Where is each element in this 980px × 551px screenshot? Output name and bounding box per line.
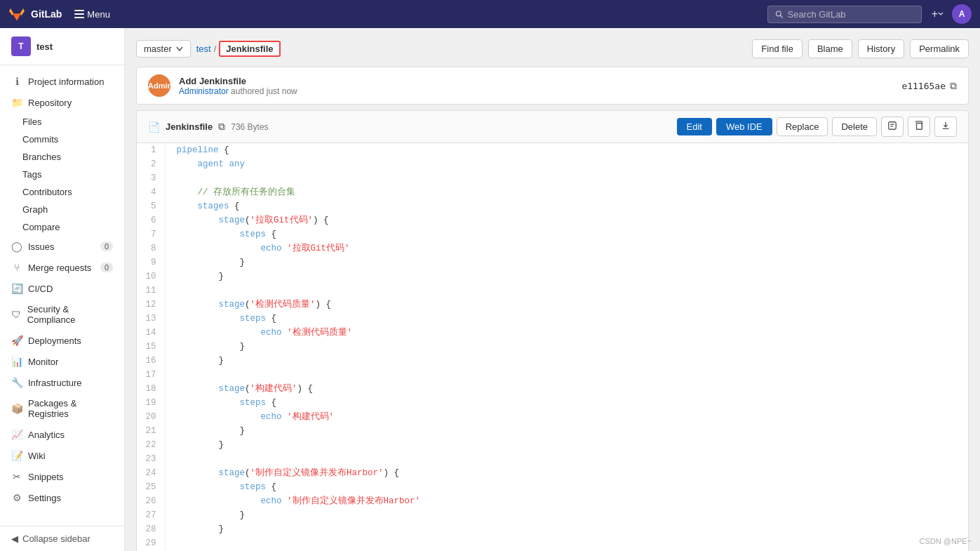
merge-requests-badge: 0	[100, 263, 113, 272]
line-code	[165, 536, 968, 550]
code-table: 1 pipeline { 2 agent any 3 4 // 存放所有任务的合…	[137, 143, 968, 551]
line-number: 24	[137, 466, 165, 480]
table-row: 11	[137, 284, 968, 298]
line-code: stage('制作自定义镜像并发布Harbor') {	[165, 466, 968, 480]
line-code: stage('拉取Git代码') {	[165, 213, 968, 227]
sidebar-item-project-information[interactable]: ℹ Project information	[0, 71, 124, 92]
sidebar-item-analytics[interactable]: 📈 Analytics	[0, 424, 124, 445]
sidebar-item-repository[interactable]: 📁 Repository	[0, 92, 124, 113]
analytics-icon: 📈	[11, 429, 22, 440]
sidebar: T test ℹ Project information 📁 Repositor…	[0, 28, 125, 551]
repository-icon: 📁	[11, 97, 22, 108]
hamburger-icon	[74, 10, 84, 18]
watermark: CSDN @NPE~	[920, 537, 972, 545]
sidebar-item-graph[interactable]: Graph	[0, 201, 124, 218]
sidebar-label-repository: Repository	[28, 98, 72, 108]
sidebar-item-tags[interactable]: Tags	[0, 166, 124, 183]
sidebar-item-monitor[interactable]: 📊 Monitor	[0, 351, 124, 372]
sidebar-item-settings[interactable]: ⚙ Settings	[0, 487, 124, 508]
commit-meta: Administrator authored just now	[179, 86, 893, 96]
table-row: 24 stage('制作自定义镜像并发布Harbor') {	[137, 466, 968, 480]
sidebar-item-contributors[interactable]: Contributors	[0, 183, 124, 201]
raw-button[interactable]	[881, 117, 904, 137]
sidebar-item-security-compliance[interactable]: 🛡 Security & Compliance	[0, 299, 124, 330]
sidebar-item-wiki[interactable]: 📝 Wiki	[0, 445, 124, 466]
blame-button[interactable]: Blame	[808, 39, 852, 58]
delete-button[interactable]: Delete	[832, 117, 877, 136]
issues-icon: ◯	[11, 241, 22, 252]
download-button[interactable]	[934, 117, 957, 137]
search-container[interactable]	[767, 6, 922, 23]
line-number: 25	[137, 480, 165, 494]
sidebar-item-merge-requests[interactable]: ⑂ Merge requests 0	[0, 257, 124, 278]
packages-icon: 📦	[11, 403, 22, 414]
deployments-icon: 🚀	[11, 335, 22, 346]
breadcrumb-repo-link[interactable]: test	[196, 44, 211, 54]
sidebar-item-issues[interactable]: ◯ Issues 0	[0, 236, 124, 257]
table-row: 1 pipeline {	[137, 143, 968, 157]
plus-button[interactable]: +	[929, 5, 946, 23]
line-number: 14	[137, 326, 165, 340]
sidebar-item-branches[interactable]: Branches	[0, 148, 124, 166]
table-row: 12 stage('检测代码质量') {	[137, 298, 968, 312]
table-row: 2 agent any	[137, 157, 968, 171]
sidebar-item-compare[interactable]: Compare	[0, 218, 124, 236]
copy-hash-button[interactable]: ⧉	[950, 80, 957, 92]
merge-requests-icon: ⑂	[11, 262, 22, 273]
branch-selector[interactable]: master	[136, 40, 191, 58]
copy-content-button[interactable]	[908, 117, 930, 137]
sidebar-item-infrastructure[interactable]: 🔧 Infrastructure	[0, 372, 124, 393]
search-input[interactable]	[787, 9, 913, 20]
file-name-label: Jenkinsfile	[166, 121, 213, 132]
svg-rect-2	[74, 17, 84, 18]
chevron-down-icon	[176, 46, 183, 52]
sidebar-item-packages-registries[interactable]: 📦 Packages & Registries	[0, 393, 124, 424]
permalink-button[interactable]: Permalink	[910, 39, 969, 58]
sidebar-item-commits[interactable]: Commits	[0, 131, 124, 148]
web-ide-button[interactable]: Web IDE	[716, 118, 772, 135]
table-row: 6 stage('拉取Git代码') {	[137, 213, 968, 227]
sidebar-item-deployments[interactable]: 🚀 Deployments	[0, 330, 124, 351]
commit-info-bar: Admir Add Jenkinsfile Administrator auth…	[136, 67, 969, 105]
collapse-sidebar-button[interactable]: ◀ Collapse sidebar	[0, 526, 124, 551]
project-header[interactable]: T test	[0, 28, 124, 65]
commit-time: authored just now	[231, 86, 297, 96]
sidebar-item-snippets[interactable]: ✂ Snippets	[0, 466, 124, 487]
line-code: // 存放所有任务的合集	[165, 185, 968, 199]
sidebar-item-files[interactable]: Files	[0, 113, 124, 131]
sidebar-label-analytics: Analytics	[28, 430, 65, 440]
sidebar-item-ci-cd[interactable]: 🔄 CI/CD	[0, 278, 124, 299]
line-code: echo '制作自定义镜像并发布Harbor'	[165, 494, 968, 508]
history-button[interactable]: History	[858, 39, 904, 58]
line-number: 9	[137, 255, 165, 270]
main-layout: T test ℹ Project information 📁 Repositor…	[0, 28, 980, 551]
line-number: 20	[137, 410, 165, 424]
commit-author-avatar: Admir	[148, 74, 170, 97]
monitor-icon: 📊	[11, 356, 22, 367]
find-file-button[interactable]: Find file	[752, 39, 803, 58]
breadcrumb-path: test / Jenkinsfile	[196, 41, 281, 57]
line-code	[165, 368, 968, 382]
settings-icon: ⚙	[11, 492, 22, 503]
line-number: 22	[137, 438, 165, 452]
edit-button[interactable]: Edit	[677, 118, 712, 135]
search-icon	[775, 10, 784, 19]
user-avatar[interactable]: A	[952, 4, 972, 24]
collapse-sidebar-label: Collapse sidebar	[22, 533, 90, 544]
table-row: 23	[137, 452, 968, 466]
line-code: steps {	[165, 396, 968, 410]
file-action-buttons: Edit Web IDE Replace Delete	[677, 117, 957, 137]
line-code: }	[165, 508, 968, 522]
table-row: 14 echo '检测代码质量'	[137, 326, 968, 340]
file-viewer: 📄 Jenkinsfile ⧉ 736 Bytes Edit Web IDE R…	[136, 110, 969, 551]
menu-button[interactable]: Menu	[69, 6, 116, 22]
replace-button[interactable]: Replace	[777, 117, 828, 136]
sidebar-label-ci-cd: CI/CD	[28, 284, 53, 294]
line-code: steps {	[165, 227, 968, 241]
security-icon: 🛡	[11, 309, 22, 320]
line-code: steps {	[165, 480, 968, 494]
copy-path-button[interactable]: ⧉	[218, 121, 225, 133]
info-icon: ℹ	[11, 76, 22, 87]
table-row: 8 echo '拉取Git代码'	[137, 241, 968, 255]
gitlab-logo-area[interactable]: GitLab	[8, 6, 62, 22]
